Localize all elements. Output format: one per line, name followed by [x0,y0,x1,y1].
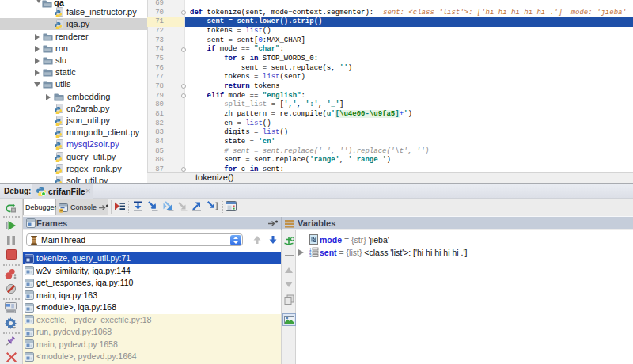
svg-text:3: 3 [309,254,312,257]
